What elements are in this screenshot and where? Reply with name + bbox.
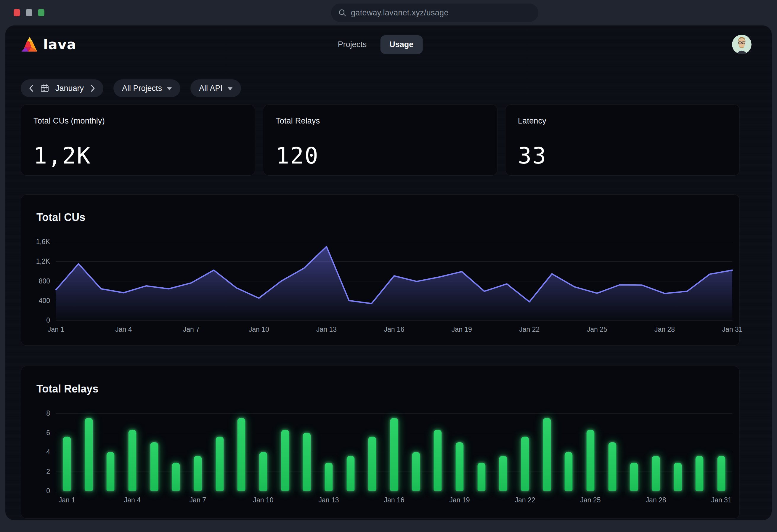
x-tick-label: Jan 25 <box>580 496 601 504</box>
relay-bar <box>346 456 354 491</box>
x-tick-label: Jan 31 <box>711 496 732 504</box>
next-month-button[interactable] <box>90 84 95 92</box>
y-tick-label: 400 <box>23 297 50 305</box>
relay-bar <box>412 452 420 491</box>
relay-bar <box>477 463 485 491</box>
y-tick-label: 1,2K <box>23 257 50 265</box>
avatar-photo <box>732 35 752 54</box>
x-tick-label: Jan 28 <box>646 496 666 504</box>
brand-wordmark: lava <box>43 38 77 51</box>
relay-bar <box>695 456 703 491</box>
stats-row: Total CUs (monthly) 1,2K Total Relays 12… <box>21 104 740 176</box>
relay-bar <box>259 452 267 491</box>
x-tick-label: Jan 1 <box>48 326 64 333</box>
relay-bar <box>216 437 224 491</box>
x-tick-label: Jan 19 <box>452 326 472 333</box>
calendar-icon <box>40 84 49 93</box>
stat-label: Total Relays <box>276 116 485 126</box>
relay-bar <box>390 418 398 491</box>
relay-bar <box>85 418 93 491</box>
relay-bar <box>172 463 180 491</box>
previous-month-button[interactable] <box>29 84 34 92</box>
x-tick-label: Jan 10 <box>249 326 269 333</box>
x-tick-label: Jan 19 <box>449 496 470 504</box>
stat-card-total-relays: Total Relays 120 <box>263 104 497 176</box>
projects-filter-label: All Projects <box>122 84 162 93</box>
relay-bar <box>456 442 464 491</box>
relay-bar <box>281 430 289 491</box>
x-tick-label: Jan 13 <box>318 496 339 504</box>
x-tick-label: Jan 28 <box>654 326 675 333</box>
relay-bar <box>565 452 573 491</box>
lava-logo[interactable]: lava <box>21 36 77 52</box>
stat-card-latency: Latency 33 <box>505 104 740 176</box>
user-avatar[interactable] <box>732 35 752 54</box>
x-tick-label: Jan 4 <box>115 326 132 333</box>
month-selector[interactable]: January <box>21 79 103 97</box>
relay-bar <box>630 463 638 491</box>
maximize-window-button[interactable] <box>38 9 44 16</box>
relay-bar <box>674 463 682 491</box>
relay-bar <box>543 418 551 491</box>
relay-bar <box>434 430 442 491</box>
x-tick-label: Jan 4 <box>124 496 141 504</box>
y-tick-label: 6 <box>23 429 50 437</box>
filter-bar: January All Projects All API <box>21 79 740 97</box>
relay-bar <box>150 442 158 491</box>
x-tick-label: Jan 22 <box>519 326 540 333</box>
caret-down-icon <box>167 87 172 90</box>
total-cus-chart-card: Total CUs 04008001,2K1,6KJan 1Jan 4Jan 7… <box>21 194 740 346</box>
chart-title: Total CUs <box>36 211 737 224</box>
url-text: gateway.lavanet.xyz/usage <box>351 8 449 17</box>
relay-bar <box>107 452 115 491</box>
y-tick-label: 2 <box>23 467 50 476</box>
y-tick-label: 8 <box>23 409 50 417</box>
relay-bar <box>499 456 507 491</box>
x-tick-label: Jan 7 <box>190 496 206 504</box>
y-tick-label: 0 <box>23 316 50 324</box>
total-relays-plot: 02468Jan 1Jan 4Jan 7Jan 10Jan 13Jan 16Ja… <box>56 413 732 491</box>
relay-bar <box>128 430 136 491</box>
x-tick-label: Jan 31 <box>722 326 742 333</box>
relay-bar <box>521 437 529 491</box>
relay-bar <box>237 418 245 491</box>
cu-area-chart <box>56 242 732 320</box>
x-tick-label: Jan 10 <box>253 496 273 504</box>
relay-bar <box>608 442 616 491</box>
projects-filter-dropdown[interactable]: All Projects <box>113 79 180 97</box>
lava-pyramid-icon <box>21 36 38 52</box>
x-tick-label: Jan 13 <box>316 326 337 333</box>
relay-bar <box>717 456 726 491</box>
address-bar[interactable]: gateway.lavanet.xyz/usage <box>331 4 538 22</box>
close-window-button[interactable] <box>14 9 20 16</box>
browser-window: gateway.lavanet.xyz/usage lava Projects … <box>0 0 777 532</box>
stat-value: 1,2K <box>33 144 242 167</box>
x-axis-labels: Jan 1Jan 4Jan 7Jan 10Jan 13Jan 16Jan 19J… <box>56 496 732 505</box>
stat-value: 120 <box>276 144 485 167</box>
nav-tab-usage[interactable]: Usage <box>380 35 423 54</box>
relay-bar <box>194 456 202 491</box>
search-icon <box>338 9 346 17</box>
y-tick-label: 800 <box>23 277 50 285</box>
nav-tab-projects[interactable]: Projects <box>338 40 367 49</box>
chevron-right-icon <box>90 84 95 92</box>
relay-bar <box>368 437 376 491</box>
month-label: January <box>56 84 84 93</box>
minimize-window-button[interactable] <box>26 9 32 16</box>
caret-down-icon <box>228 87 232 90</box>
stat-card-total-cus: Total CUs (monthly) 1,2K <box>21 104 255 176</box>
y-tick-label: 4 <box>23 448 50 456</box>
relay-bar <box>325 463 333 491</box>
chevron-left-icon <box>29 84 34 92</box>
x-tick-label: Jan 16 <box>384 326 404 333</box>
stat-value: 33 <box>518 144 727 167</box>
relay-bar <box>652 456 660 491</box>
y-tick-label: 0 <box>23 487 50 495</box>
main-nav: Projects Usage <box>338 35 423 54</box>
api-filter-dropdown[interactable]: All API <box>190 79 241 97</box>
stat-label: Total CUs (monthly) <box>33 116 242 126</box>
relay-bar <box>303 433 311 491</box>
x-tick-label: Jan 25 <box>587 326 607 333</box>
api-filter-label: All API <box>199 84 223 93</box>
y-tick-label: 1,6K <box>23 237 50 246</box>
